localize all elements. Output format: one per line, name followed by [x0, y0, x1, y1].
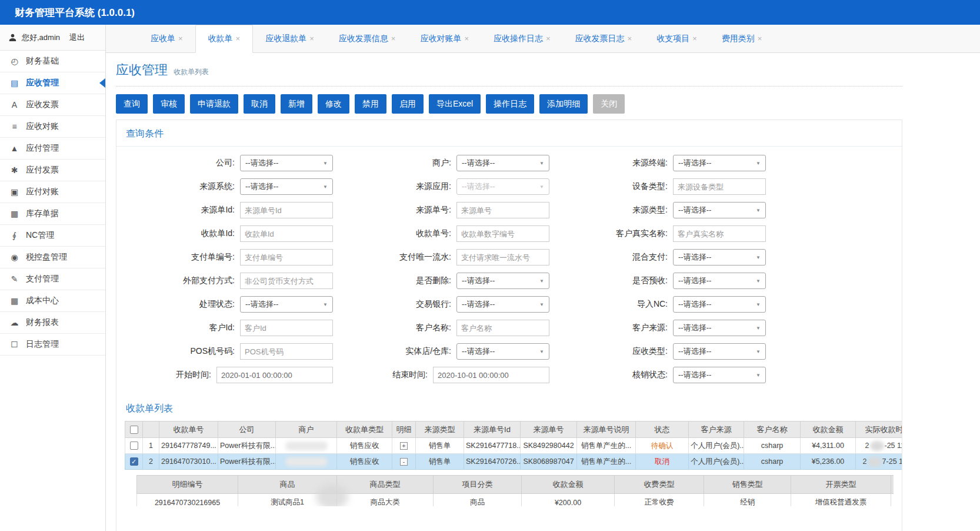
row-checkbox[interactable]: ✓ [130, 457, 138, 466]
select-value: --请选择-- [678, 299, 711, 310]
query-field-1: 商户:--请选择--▼ [333, 155, 549, 171]
tab-6[interactable]: 应收发票日志× [563, 25, 645, 52]
text-field-9[interactable] [240, 225, 333, 242]
text-field-10[interactable] [456, 225, 549, 242]
select-field-23[interactable]: --请选择--▼ [673, 320, 766, 336]
text-field-6[interactable] [240, 202, 333, 218]
select-field-26[interactable]: --请选择--▼ [673, 343, 766, 360]
select-field-29[interactable]: --请选择--▼ [673, 367, 766, 383]
toolbar-button-0[interactable]: 查询 [116, 94, 148, 114]
tab-8[interactable]: 费用类别× [709, 25, 775, 52]
sidebar-item-10[interactable]: ✎支付管理 [0, 268, 105, 290]
tab-label: 费用类别 [722, 34, 755, 43]
sidebar-item-0[interactable]: ◴财务基础 [0, 51, 105, 72]
select-field-17[interactable]: --请选择--▼ [673, 273, 766, 289]
tab-0[interactable]: 应收单× [138, 25, 195, 52]
toolbar-button-5[interactable]: 修改 [318, 94, 349, 114]
logout-link[interactable]: 退出 [69, 32, 85, 43]
tab-7[interactable]: 收支项目× [644, 25, 709, 52]
sidebar-item-7[interactable]: ▦库存单据 [0, 203, 105, 225]
table-row[interactable]: ✓2291647073010...Power科技有限...销售应收-销售单SK2… [125, 454, 903, 470]
tab-close-icon[interactable]: × [464, 34, 469, 43]
select-field-3[interactable]: --请选择--▼ [240, 178, 333, 195]
toolbar-button-2[interactable]: 申请退款 [190, 94, 238, 114]
sidebar-item-11[interactable]: ▦成本中心 [0, 290, 105, 312]
text-field-11[interactable] [673, 225, 766, 242]
toolbar-button-1[interactable]: 审核 [153, 94, 185, 114]
query-field-6: 来源单Id: [116, 202, 333, 218]
text-field-24[interactable] [240, 343, 333, 360]
detail-table-wrap: 明细编号商品商品类型项目分类收款金额收费类型销售类型开票类型2916470730… [136, 475, 894, 506]
tab-close-icon[interactable]: × [236, 34, 241, 43]
select-field-19[interactable]: --请选择--▼ [456, 296, 549, 313]
toolbar-button-9[interactable]: 操作日志 [486, 94, 534, 114]
toolbar-button-3[interactable]: 取消 [244, 94, 275, 114]
text-field-5[interactable] [673, 178, 766, 195]
tab-close-icon[interactable]: × [178, 34, 183, 43]
field-label: 设备类型: [549, 181, 673, 192]
close-button[interactable]: 关闭 [593, 94, 625, 114]
tab-close-icon[interactable]: × [758, 34, 762, 43]
query-field-0: 公司:--请选择--▼ [116, 155, 333, 171]
sidebar-menu: ◴财务基础▤应收管理A应收发票≡应收对账▲应付管理✱应付发票▣应付对账▦库存单据… [0, 51, 105, 356]
chevron-down-icon: ▼ [539, 161, 544, 166]
text-field-22[interactable] [456, 320, 549, 336]
toolbar-button-8[interactable]: 导出Excel [429, 94, 481, 114]
select-field-1[interactable]: --请选择--▼ [456, 155, 549, 171]
field-label: 客户名称: [333, 323, 456, 333]
select-field-14[interactable]: --请选择--▼ [673, 249, 766, 266]
select-field-8[interactable]: --请选择--▼ [673, 202, 766, 218]
toolbar-button-6[interactable]: 禁用 [355, 94, 386, 114]
date-field-28[interactable] [433, 367, 549, 383]
query-row: 外部支付方式:是否删除:--请选择--▼是否预收:--请选择--▼ [116, 269, 766, 293]
select-field-25[interactable]: --请选择--▼ [456, 343, 549, 360]
expand-row-icon[interactable]: + [400, 442, 408, 450]
select-field-20[interactable]: --请选择--▼ [673, 296, 766, 313]
tab-5[interactable]: 应收操作日志× [481, 25, 563, 52]
sidebar-item-1[interactable]: ▤应收管理 [0, 72, 105, 94]
tab-close-icon[interactable]: × [391, 34, 396, 43]
header-checkbox[interactable] [130, 426, 138, 434]
text-field-13[interactable] [456, 249, 549, 266]
row-checkbox[interactable] [130, 442, 138, 450]
text-field-21[interactable] [240, 320, 333, 336]
text-field-7[interactable] [456, 202, 549, 218]
collapse-row-icon[interactable]: - [400, 458, 408, 466]
sidebar-item-13[interactable]: ☐日志管理 [0, 334, 105, 356]
column-header: 来源类型 [416, 422, 464, 438]
tab-close-icon[interactable]: × [309, 34, 314, 43]
tab-close-icon[interactable]: × [628, 34, 632, 43]
tab-3[interactable]: 应收发票信息× [326, 25, 408, 52]
tab-4[interactable]: 应收对账单× [408, 25, 481, 52]
table-row[interactable]: 1291647778749...Power科技有限...销售应收+销售单SK29… [125, 438, 903, 454]
select-field-16[interactable]: --请选择--▼ [456, 273, 549, 289]
tab-1[interactable]: 收款单× [195, 25, 254, 53]
page-title: 应收管理 [116, 61, 168, 79]
tab-2[interactable]: 应收退款单× [253, 25, 326, 52]
sidebar-item-3[interactable]: ≡应收对账 [0, 116, 105, 138]
sidebar-item-2[interactable]: A应收发票 [0, 94, 105, 116]
select-field-0[interactable]: --请选择--▼ [240, 155, 333, 171]
toolbar-button-10[interactable]: 添加明细 [539, 94, 588, 114]
sidebar-item-5[interactable]: ✱应付发票 [0, 160, 105, 181]
sidebar: 您好,admin 退出 ◴财务基础▤应收管理A应收发票≡应收对账▲应付管理✱应付… [0, 25, 106, 531]
sidebar-item-4[interactable]: ▲应付管理 [0, 138, 105, 160]
date-field-27[interactable] [216, 367, 333, 383]
sidebar-item-6[interactable]: ▣应付对账 [0, 181, 105, 203]
tab-close-icon[interactable]: × [692, 34, 697, 43]
tab-close-icon[interactable]: × [546, 34, 551, 43]
toolbar-button-4[interactable]: 新增 [281, 94, 312, 114]
sidebar-item-9[interactable]: ◉税控盘管理 [0, 247, 105, 268]
select-field-18[interactable]: --请选择--▼ [240, 296, 333, 313]
text-field-15[interactable] [240, 273, 333, 289]
text-field-12[interactable] [240, 249, 333, 266]
toolbar-button-7[interactable]: 启用 [392, 94, 424, 114]
sidebar-item-label: 支付管理 [26, 274, 59, 284]
sidebar-item-8[interactable]: ∮NC管理 [0, 225, 105, 247]
select-field-2[interactable]: --请选择--▼ [673, 155, 766, 171]
field-label: 混合支付: [549, 252, 673, 263]
sidebar-item-12[interactable]: ☁财务报表 [0, 312, 105, 334]
chevron-down-icon: ▼ [539, 302, 544, 307]
detail-row[interactable]: 2916470730216965测试商品1商品大类商品¥200.00正常收费经销… [137, 494, 894, 507]
tab-label: 应收单 [151, 34, 175, 43]
